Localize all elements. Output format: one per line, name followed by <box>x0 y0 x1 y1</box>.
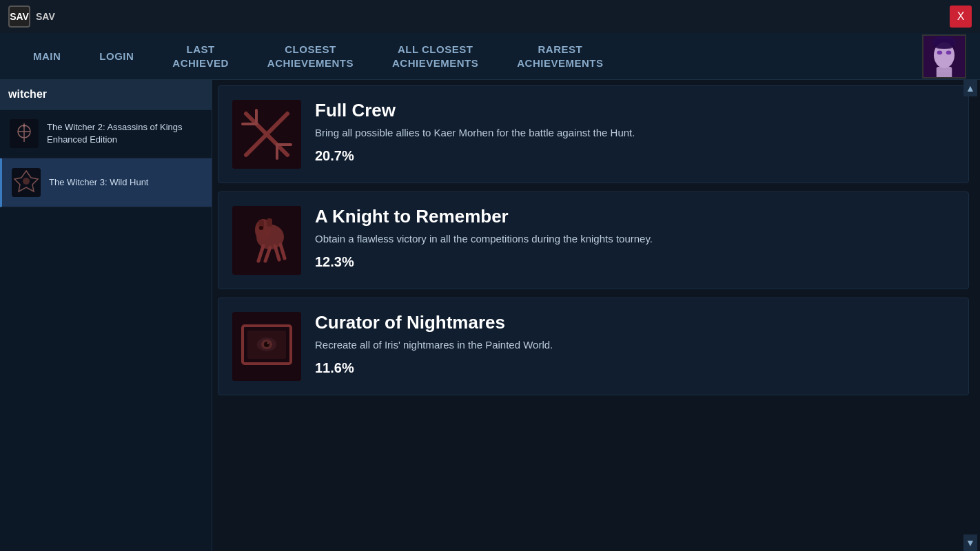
knight-icon <box>232 206 301 275</box>
achievement-desc-full-crew: Bring all possible allies to Kaer Morhen… <box>315 125 955 141</box>
game-thumb-witcher2 <box>10 119 39 148</box>
content-area: ▲ F <box>212 80 980 551</box>
main-layout: witcher The Witcher 2: Assassins of King… <box>0 80 980 551</box>
game-list: The Witcher 2: Assassins of Kings Enhanc… <box>0 110 212 207</box>
achievement-name-curator: Curator of Nightmares <box>315 312 955 333</box>
achievement-desc-curator: Recreate all of Iris' nightmares in the … <box>315 337 955 353</box>
svg-point-39 <box>267 342 269 344</box>
nav-item-rarest-achievements[interactable]: RARESTACHIEVEMENTS <box>498 36 622 76</box>
achievement-info-curator: Curator of Nightmares Recreate all of Ir… <box>315 312 955 376</box>
avatar-icon <box>923 34 965 79</box>
close-button[interactable]: X <box>950 6 972 28</box>
achievement-img-knight <box>232 206 301 275</box>
nav-item-all-closest-achievements[interactable]: ALL CLOSESTACHIEVEMENTS <box>373 36 498 76</box>
sidebar-item-witcher3[interactable]: The Witcher 3: Wild Hunt <box>0 158 212 207</box>
scroll-down-button[interactable]: ▼ <box>963 534 977 551</box>
achievement-info-full-crew: Full Crew Bring all possible allies to K… <box>315 100 955 164</box>
svg-point-5 <box>932 36 956 49</box>
achievements-list: Full Crew Bring all possible allies to K… <box>212 80 980 551</box>
game-name-witcher3: The Witcher 3: Wild Hunt <box>49 176 149 189</box>
svg-rect-27 <box>267 218 272 227</box>
nav-items: MAIN LOGIN LASTACHIEVED CLOSESTACHIEVEME… <box>14 36 922 76</box>
svg-point-28 <box>259 226 263 230</box>
svg-point-15 <box>23 178 30 185</box>
achievement-img-curator <box>232 312 301 381</box>
sidebar: witcher The Witcher 2: Assassins of King… <box>0 80 212 551</box>
nav-item-login[interactable]: LOGIN <box>80 43 153 69</box>
achievement-pct-full-crew: 20.7% <box>315 148 955 164</box>
game-name-witcher2: The Witcher 2: Assassins of Kings Enhanc… <box>47 121 202 146</box>
achievement-name-full-crew: Full Crew <box>315 100 955 121</box>
nav-bar: MAIN LOGIN LASTACHIEVED CLOSESTACHIEVEME… <box>0 33 980 80</box>
title-bar-left: SAV SAV <box>8 6 55 28</box>
achievement-desc-knight: Obtain a flawless victory in all the com… <box>315 231 955 247</box>
nav-item-last-achieved[interactable]: LASTACHIEVED <box>153 36 248 76</box>
achievement-img-full-crew <box>232 100 301 169</box>
full-crew-icon <box>232 100 301 169</box>
curator-icon <box>232 312 301 381</box>
achievement-info-knight: A Knight to Remember Obtain a flawless v… <box>315 206 955 270</box>
title-bar: SAV SAV X <box>0 0 980 33</box>
svg-rect-7 <box>937 67 952 79</box>
achievement-pct-curator: 11.6% <box>315 360 955 376</box>
search-box[interactable]: witcher <box>0 80 212 110</box>
game-thumb-witcher3 <box>12 168 41 197</box>
svg-point-3 <box>946 50 952 54</box>
sidebar-item-witcher2[interactable]: The Witcher 2: Assassins of Kings Enhanc… <box>0 110 212 158</box>
app-logo: SAV <box>8 6 30 28</box>
achievement-card-curator: Curator of Nightmares Recreate all of Ir… <box>218 298 969 395</box>
svg-point-2 <box>937 50 943 54</box>
app-title: SAV <box>36 11 55 22</box>
nav-item-closest-achievements[interactable]: CLOSESTACHIEVEMENTS <box>248 36 373 76</box>
scroll-up-button[interactable]: ▲ <box>963 80 977 96</box>
nav-item-main[interactable]: MAIN <box>14 43 80 69</box>
achievement-card-full-crew: Full Crew Bring all possible allies to K… <box>218 85 969 183</box>
achievement-pct-knight: 12.3% <box>315 254 955 270</box>
user-avatar[interactable] <box>922 34 966 79</box>
achievement-card-knight: A Knight to Remember Obtain a flawless v… <box>218 191 969 289</box>
achievement-name-knight: A Knight to Remember <box>315 206 955 227</box>
